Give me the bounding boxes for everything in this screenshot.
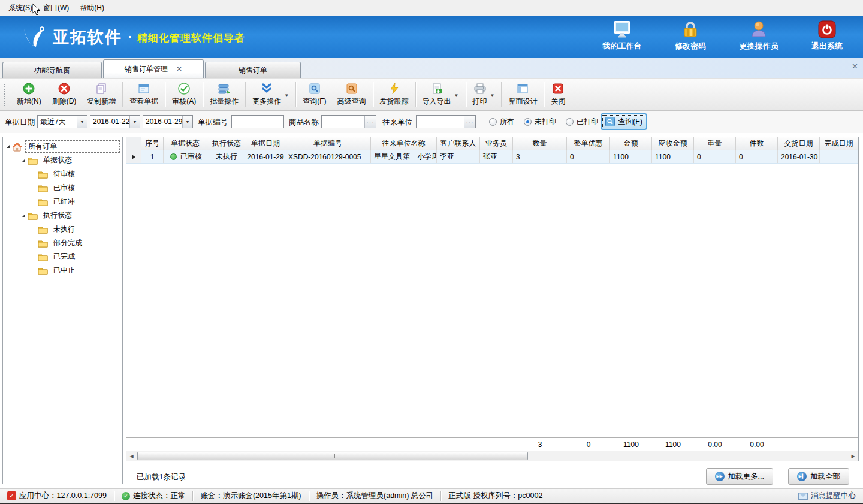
message-center-link[interactable]: 消息提醒中心 [791, 491, 863, 501]
delete-button[interactable]: 删除(D) [47, 80, 82, 109]
dropdown-arrow-icon[interactable]: ▼ [490, 90, 495, 98]
change-password-button[interactable]: 修改密码 [665, 20, 716, 52]
load-all-button[interactable]: ▶▍ 加载全部 [788, 468, 849, 485]
tree-item-doc-status[interactable]: 单据状态 [3, 153, 122, 167]
col-header[interactable]: 单据编号 [285, 137, 371, 150]
app-center-status: ✓ 应用中心：127.0.0.1:7099 [0, 491, 114, 501]
date-to-combo[interactable]: 2016-01-29 ▼ [143, 115, 193, 128]
col-header[interactable]: 金额 [610, 137, 652, 150]
ui-design-icon [517, 83, 529, 95]
cell-number: XSDD-20160129-0005 [285, 150, 371, 163]
import-export-button[interactable]: 导入导出 ▼ [417, 80, 464, 109]
col-header[interactable]: 完成日期 [820, 137, 858, 150]
scroll-right-icon[interactable]: ▶ [848, 451, 858, 461]
scroll-left-icon[interactable]: ◀ [126, 451, 137, 461]
batch-actions-button[interactable]: 批量操作 [204, 80, 244, 109]
cell-finish [820, 150, 858, 163]
close-button[interactable]: 关闭 [545, 80, 571, 109]
add-button[interactable]: 新增(N) [11, 80, 47, 109]
order-no-input[interactable] [232, 116, 283, 127]
exit-system-button[interactable]: 退出系统 [802, 20, 852, 52]
partner-label: 往来单位 [382, 117, 412, 128]
col-header[interactable]: 数量 [513, 137, 567, 150]
toolbar-grip[interactable] [4, 83, 7, 106]
cell-pieces: 0 [736, 150, 778, 163]
dropdown-arrow-icon[interactable]: ▼ [454, 90, 459, 98]
combo-dropdown-icon[interactable]: ▼ [77, 116, 87, 128]
date-from-combo[interactable]: 2016-01-22 ▼ [90, 115, 140, 128]
tab-strip-close-icon[interactable]: ✕ [852, 62, 858, 71]
approve-button[interactable]: 审核(A) [167, 80, 201, 109]
radio-all[interactable]: 所有 [489, 117, 514, 127]
filter-query-button[interactable]: 查询(F) [601, 113, 647, 130]
col-header[interactable]: 客户联系人 [437, 137, 480, 150]
tab-label: 销售订单管理 [125, 64, 168, 74]
scrollbar-thumb[interactable] [137, 452, 528, 460]
view-document-button[interactable]: 查看单据 [124, 80, 164, 109]
workbench-button[interactable]: 我的工作台 [597, 20, 647, 52]
combo-dropdown-icon[interactable]: ▼ [129, 116, 140, 128]
tab-close-icon[interactable]: ✕ [176, 65, 182, 73]
envelope-icon [798, 493, 808, 500]
tree-item-pending-approval[interactable]: 待审核 [3, 167, 122, 181]
menu-help[interactable]: 帮助(H) [76, 1, 111, 16]
col-header[interactable]: 应收金额 [652, 137, 694, 150]
col-header[interactable]: 往来单位名称 [371, 137, 437, 150]
tree-item-all-orders[interactable]: 所有订单 [3, 140, 122, 153]
user-icon [750, 20, 768, 38]
tree-item-partially-done[interactable]: 部分完成 [3, 236, 122, 250]
switch-operator-button[interactable]: 更换操作员 [734, 20, 784, 52]
col-header[interactable]: 整单优惠 [567, 137, 610, 150]
col-header[interactable]: 重量 [694, 137, 736, 150]
ui-design-button[interactable]: 界面设计 [503, 80, 542, 109]
brand-name: 亚拓软件 [53, 26, 122, 48]
partner-picker-ellipsis-icon[interactable]: ··· [464, 116, 475, 128]
expander-icon[interactable] [22, 214, 25, 217]
sum-pieces: 0.00 [736, 438, 778, 451]
folder-icon [38, 239, 48, 248]
radio-not-printed[interactable]: 未打印 [524, 117, 556, 127]
tree-item-completed[interactable]: 已完成 [3, 250, 122, 264]
col-header[interactable]: 执行状态 [207, 137, 246, 150]
product-input[interactable] [322, 116, 364, 127]
horizontal-scrollbar[interactable]: ◀ ▶ [126, 451, 858, 461]
print-button[interactable]: 打印 ▼ [467, 80, 500, 109]
tree-item-aborted[interactable]: 已中止 [3, 264, 122, 277]
print-icon [473, 83, 487, 95]
shipping-tracking-button[interactable]: 发货跟踪 [375, 80, 414, 109]
col-header[interactable]: 单据状态 [164, 137, 207, 150]
tab-sales-order-management[interactable]: 销售订单管理 ✕ [103, 59, 204, 78]
advanced-query-button[interactable]: 高级查询 [332, 80, 372, 109]
table-row[interactable]: 1 已审核 未执行 2016-01-29 XSDD-20160129-0005 … [126, 150, 858, 164]
tree-item-reversed[interactable]: 已红冲 [3, 195, 122, 209]
combo-dropdown-icon[interactable]: ▼ [182, 116, 192, 128]
menu-window[interactable]: 窗口(W) [40, 1, 76, 16]
radio-printed[interactable]: 已打印 [566, 117, 598, 127]
date-range-combo[interactable]: 最近7天 ▼ [37, 115, 87, 128]
batch-icon [218, 83, 231, 95]
loaded-records-text: 已加载1条记录 [137, 472, 186, 482]
change-password-label: 修改密码 [675, 41, 706, 52]
query-button[interactable]: 查询(F) [297, 80, 331, 109]
load-more-button[interactable]: ▶▶ 加载更多... [706, 468, 773, 485]
expander-icon[interactable] [22, 159, 25, 162]
col-header[interactable]: 交货日期 [778, 137, 820, 150]
partner-input[interactable] [417, 116, 464, 127]
col-header[interactable]: 件数 [736, 137, 778, 150]
col-header[interactable]: 单据日期 [246, 137, 285, 150]
col-header[interactable]: 序号 [141, 137, 164, 150]
product-picker-ellipsis-icon[interactable]: ··· [364, 116, 376, 128]
dropdown-arrow-icon[interactable]: ▼ [284, 90, 289, 98]
tab-function-navigator[interactable]: 功能导航窗 [2, 62, 102, 78]
copy-new-button[interactable]: 复制新增 [82, 80, 121, 109]
menu-bar: 系统(S) 窗口(W) 帮助(H) [0, 0, 863, 16]
more-actions-button[interactable]: 更多操作 ▼ [247, 80, 294, 109]
tree-item-not-executed[interactable]: 未执行 [3, 222, 122, 236]
sum-discount: 0 [567, 438, 610, 451]
tab-sales-order[interactable]: 销售订单 [205, 62, 301, 78]
tree-item-approved[interactable]: 已审核 [3, 181, 122, 195]
tree-item-exec-status[interactable]: 执行状态 [3, 209, 122, 222]
expander-icon[interactable] [7, 145, 10, 148]
cell-receivable: 1100 [652, 150, 694, 163]
col-header[interactable]: 业务员 [480, 137, 513, 150]
